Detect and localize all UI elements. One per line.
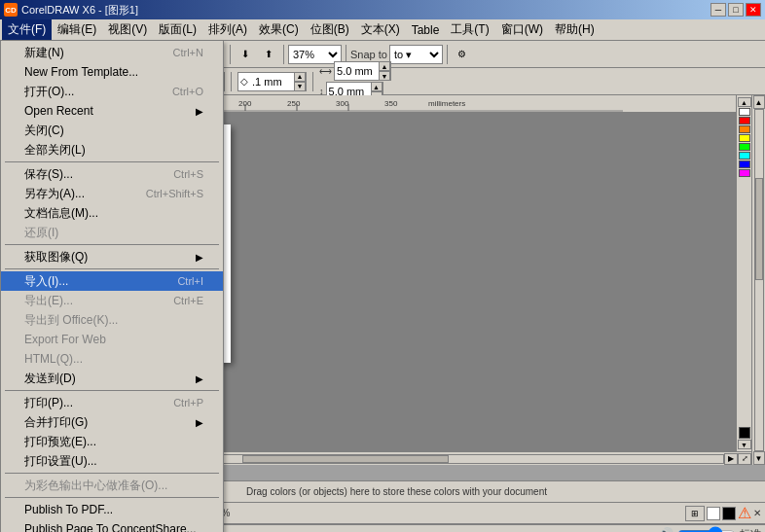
menu-effects[interactable]: 效果(C): [253, 19, 305, 40]
volume-slider[interactable]: [677, 528, 736, 532]
menu-item-publish-pdf-label: Publish To PDF...: [24, 503, 113, 516]
vscroll-down[interactable]: ▼: [753, 451, 765, 465]
menu-layout[interactable]: 版面(L): [153, 19, 202, 40]
menu-item-doc-info[interactable]: 文档信息(M)...: [1, 203, 223, 223]
menu-item-publish-concept[interactable]: Publish Page To ConceptShare...: [1, 519, 223, 532]
menu-item-recent[interactable]: Open Recent ▶: [1, 101, 223, 121]
right-swatch-black[interactable]: [739, 427, 750, 439]
snap-select[interactable]: to ▾: [389, 45, 443, 64]
menu-item-print-preview[interactable]: 打印预览(E)...: [1, 432, 223, 451]
svg-text:300: 300: [336, 99, 349, 108]
menu-item-open[interactable]: 打开(O)... Ctrl+O: [1, 82, 223, 101]
hscroll-thumb[interactable]: [242, 455, 449, 463]
width-up[interactable]: ▲: [379, 61, 390, 71]
status-fill-white: [707, 507, 720, 520]
menu-item-revert: 还原(I): [1, 223, 223, 242]
menu-item-print-setup-label: 打印设置(U)...: [24, 453, 97, 470]
color-scroll-down[interactable]: ▼: [738, 440, 751, 449]
menu-view[interactable]: 视图(V): [102, 19, 153, 40]
right-swatch-white[interactable]: [739, 108, 750, 116]
menu-item-prepare[interactable]: 为彩色输出中心做准备(O)...: [1, 476, 223, 495]
menu-item-html[interactable]: HTML(Q)...: [1, 349, 223, 369]
right-swatch-yellow[interactable]: [739, 134, 750, 142]
right-color-panel: ▲ ▼: [736, 95, 751, 451]
maximize-button[interactable]: □: [728, 3, 744, 17]
x-icon: ✕: [753, 508, 761, 518]
svg-text:350: 350: [384, 99, 398, 108]
menu-item-export-label: 导出(E)...: [24, 293, 73, 309]
menu-item-close-all[interactable]: 全部关闭(L): [1, 140, 223, 160]
speaker-icon: 🔊: [659, 527, 674, 532]
menu-sep-3: [5, 268, 219, 269]
height-up[interactable]: ▲: [371, 82, 382, 91]
vscroll-up[interactable]: ▲: [753, 95, 765, 109]
width-down[interactable]: ▼: [379, 71, 390, 81]
status-icon-1[interactable]: ⊞: [685, 506, 705, 521]
separator-4: [283, 45, 284, 64]
menu-item-recent-label: Open Recent: [24, 104, 93, 118]
vscroll-thumb[interactable]: [755, 178, 763, 280]
menu-item-new[interactable]: 新建(N) Ctrl+N: [1, 43, 223, 62]
menu-item-save-as[interactable]: 另存为(A)... Ctrl+Shift+S: [1, 184, 223, 203]
zoom-fit[interactable]: ⤢: [738, 453, 751, 465]
menu-item-open-shortcut: Ctrl+O: [172, 86, 203, 97]
right-swatch-red[interactable]: [739, 117, 750, 124]
menu-help[interactable]: 帮助(H): [549, 19, 601, 40]
options-button[interactable]: ⚙: [452, 44, 473, 65]
menu-item-export-web[interactable]: Export For Web: [1, 330, 223, 349]
menu-item-print-setup[interactable]: 打印设置(U)...: [1, 451, 223, 471]
menu-item-send-to-label: 发送到(D): [24, 371, 76, 387]
right-swatch-magenta[interactable]: [739, 169, 750, 177]
vscroll-track[interactable]: [754, 109, 764, 451]
menu-item-export[interactable]: 导出(E)... Ctrl+E: [1, 291, 223, 310]
width-input[interactable]: [335, 62, 379, 80]
menu-file[interactable]: 文件(F): [2, 19, 52, 40]
menu-text[interactable]: 文本(X): [355, 19, 406, 40]
menu-item-revert-label: 还原(I): [24, 225, 58, 241]
nudge-input[interactable]: [250, 73, 294, 90]
menu-item-send-to[interactable]: 发送到(D) ▶: [1, 369, 223, 388]
menu-item-new-template-label: New From Template...: [24, 65, 138, 79]
import-button[interactable]: ⬇: [235, 44, 256, 65]
menu-tools[interactable]: 工具(T): [445, 19, 494, 40]
menu-table[interactable]: Table: [406, 21, 446, 39]
menu-item-export-web-label: Export For Web: [24, 333, 106, 346]
menu-bitmap[interactable]: 位图(B): [305, 19, 355, 40]
menu-item-save-as-shortcut: Ctrl+Shift+S: [146, 188, 203, 199]
nudge-down[interactable]: ▼: [294, 82, 306, 91]
right-swatch-cyan[interactable]: [739, 152, 750, 160]
nudge-up[interactable]: ▲: [294, 72, 306, 82]
menu-item-open-label: 打开(O)...: [24, 84, 74, 100]
color-scroll-up[interactable]: ▲: [738, 97, 751, 107]
menu-item-new-template[interactable]: New From Template...: [1, 62, 223, 82]
menu-item-close[interactable]: 关闭(C): [1, 121, 223, 140]
nudge-spinners: ▲ ▼: [294, 72, 306, 91]
menu-item-publish-pdf[interactable]: Publish To PDF...: [1, 500, 223, 519]
sep-t2-2: [231, 72, 232, 91]
close-button[interactable]: ✕: [746, 3, 761, 17]
app-title: CorelDRAW X6 - [图形1]: [21, 3, 138, 18]
menu-item-save-label: 保存(S)...: [24, 166, 73, 183]
right-swatch-green[interactable]: [739, 143, 750, 151]
menu-item-save[interactable]: 保存(S)... Ctrl+S: [1, 164, 223, 184]
export-button[interactable]: ⬆: [258, 44, 279, 65]
menu-edit[interactable]: 编辑(E): [52, 19, 102, 40]
menu-arrange[interactable]: 排列(A): [202, 19, 253, 40]
menu-item-print[interactable]: 打印(P)... Ctrl+P: [1, 393, 223, 412]
menu-item-acquire[interactable]: 获取图像(Q) ▶: [1, 247, 223, 266]
hscroll-right[interactable]: ▶: [724, 453, 738, 465]
menu-item-import[interactable]: 导入(I)... Ctrl+I: [1, 271, 223, 291]
menubar: 文件(F) 编辑(E) 视图(V) 版面(L) 排列(A) 效果(C) 位图(B…: [0, 19, 765, 41]
minimize-button[interactable]: ─: [710, 3, 726, 17]
menu-item-export-office[interactable]: 导出到 Office(K)...: [1, 310, 223, 330]
menu-item-merge-print[interactable]: 合并打印(G) ▶: [1, 412, 223, 432]
right-swatch-orange[interactable]: [739, 125, 750, 133]
width-icon: ⟷: [319, 66, 332, 76]
vscroll[interactable]: ▲ ▼: [751, 95, 765, 465]
menu-item-acquire-arrow: ▶: [196, 252, 203, 263]
menu-window[interactable]: 窗口(W): [495, 19, 549, 40]
menu-sep-4: [5, 390, 219, 391]
menu-sep-2: [5, 244, 219, 245]
right-swatch-blue[interactable]: [739, 160, 750, 168]
separator-6: [447, 45, 448, 64]
